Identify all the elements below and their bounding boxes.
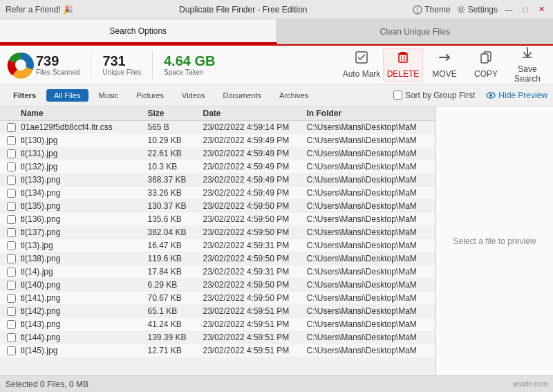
tab-search-options[interactable]: Search Options: [0, 19, 277, 44]
row-checkbox[interactable]: [7, 162, 16, 171]
main-content: Name Size Date In Folder 01ae129f5db8ccf…: [0, 106, 553, 375]
table-row[interactable]: tl(14).jpg 17.84 KB 23/02/2022 4:59:31 P…: [0, 265, 435, 279]
filter-all-files[interactable]: All Files: [46, 89, 88, 102]
row-checkbox[interactable]: [7, 176, 16, 185]
row-size: 12.71 KB: [147, 346, 202, 355]
filter-archives[interactable]: Archives: [272, 89, 316, 102]
theme-button[interactable]: Theme: [413, 5, 450, 15]
table-row[interactable]: tl(132).jpg 10.3 KB 23/02/2022 4:59:49 P…: [0, 160, 435, 174]
table-row[interactable]: tl(143).png 41.24 KB 23/02/2022 4:59:51 …: [0, 318, 435, 331]
row-checkbox-cell: [3, 281, 19, 290]
row-folder: C:\Users\Mansi\Desktop\MaM: [306, 227, 433, 237]
move-icon: [438, 50, 451, 68]
row-checkbox[interactable]: [7, 202, 16, 211]
row-checkbox[interactable]: [7, 228, 16, 237]
files-scanned-count: 739: [36, 53, 59, 68]
row-checkbox[interactable]: [7, 333, 16, 342]
stats-bar: 739 Files Scanned 731 Unique Files 4.64 …: [0, 46, 553, 84]
auto-mark-button[interactable]: Auto Mark: [341, 48, 382, 82]
header-name[interactable]: Name: [19, 109, 147, 118]
row-checkbox[interactable]: [7, 346, 16, 355]
row-checkbox[interactable]: [7, 320, 16, 329]
row-size: 130.37 KB: [147, 201, 202, 211]
row-name: tl(137).png: [19, 227, 147, 237]
row-size: 10.3 KB: [147, 162, 202, 171]
row-size: 65.1 KB: [147, 306, 202, 316]
row-date: 23/02/2022 4:59:31 PM: [202, 241, 306, 250]
table-row[interactable]: tl(133).png 368.37 KB 23/02/2022 4:59:49…: [0, 174, 435, 187]
table-row[interactable]: tl(144).png 139.39 KB 23/02/2022 4:59:51…: [0, 331, 435, 344]
filter-documents[interactable]: Documents: [215, 89, 269, 102]
table-row[interactable]: tl(137).png 382.04 KB 23/02/2022 4:59:50…: [0, 226, 435, 239]
row-date: 23/02/2022 4:59:51 PM: [202, 333, 306, 342]
row-size: 119.6 KB: [147, 254, 202, 263]
row-size: 368.37 KB: [147, 175, 202, 185]
svg-point-1: [459, 8, 462, 11]
row-size: 16.47 KB: [147, 241, 202, 250]
table-row[interactable]: tl(145).jpg 12.71 KB 23/02/2022 4:59:51 …: [0, 344, 435, 357]
row-folder: C:\Users\Mansi\Desktop\MaM: [306, 149, 433, 158]
table-row[interactable]: tl(13).jpg 16.47 KB 23/02/2022 4:59:31 P…: [0, 239, 435, 252]
table-row[interactable]: tl(130).jpg 10.29 KB 23/02/2022 4:59:49 …: [0, 134, 435, 147]
delete-button[interactable]: DELETE: [383, 48, 423, 82]
table-row[interactable]: tl(138).png 119.6 KB 23/02/2022 4:59:50 …: [0, 252, 435, 265]
close-button[interactable]: ✕: [536, 4, 547, 15]
row-name: tl(132).jpg: [19, 162, 147, 171]
row-folder: C:\Users\Mansi\Desktop\MaM: [306, 333, 433, 342]
watermark: wsxdn.com: [513, 380, 547, 388]
table-row[interactable]: tl(141).png 70.67 KB 23/02/2022 4:59:50 …: [0, 292, 435, 305]
row-size: 22.61 KB: [147, 149, 202, 158]
refer-friend-link[interactable]: Refer a Friend! 🎉: [6, 5, 73, 15]
save-search-button[interactable]: Save Search: [507, 48, 547, 82]
table-row[interactable]: tl(135).png 130.37 KB 23/02/2022 4:59:50…: [0, 200, 435, 213]
table-row[interactable]: tl(134).png 33.26 KB 23/02/2022 4:59:49 …: [0, 187, 435, 200]
row-checkbox[interactable]: [7, 307, 16, 316]
move-button[interactable]: MOVE: [424, 48, 465, 82]
row-checkbox[interactable]: [7, 254, 16, 263]
row-checkbox[interactable]: [7, 215, 16, 224]
auto-mark-icon: [355, 50, 368, 68]
row-checkbox[interactable]: [7, 268, 16, 277]
sort-by-group-checkbox-container: Sort by Group First: [393, 91, 475, 100]
copy-button[interactable]: COPY: [466, 48, 506, 82]
filter-videos[interactable]: Videos: [174, 89, 212, 102]
sort-by-group-checkbox[interactable]: [393, 91, 402, 100]
unique-files-label: Unique Files: [102, 68, 141, 76]
table-row[interactable]: 01ae129f5db8ccf4.ltr.css 565 B 23/02/202…: [0, 121, 435, 134]
hide-preview-button[interactable]: Hide Preview: [486, 91, 547, 100]
row-date: 23/02/2022 4:59:14 PM: [202, 122, 306, 132]
row-checkbox[interactable]: [7, 189, 16, 198]
table-row[interactable]: tl(136).png 135.6 KB 23/02/2022 4:59:50 …: [0, 213, 435, 226]
row-checkbox[interactable]: [7, 294, 16, 303]
row-checkbox[interactable]: [7, 123, 16, 132]
settings-button[interactable]: Settings: [456, 5, 498, 15]
row-name: tl(141).png: [19, 293, 147, 303]
row-checkbox[interactable]: [7, 136, 16, 145]
filter-music[interactable]: Music: [91, 89, 126, 102]
row-date: 23/02/2022 4:59:51 PM: [202, 346, 306, 355]
row-folder: C:\Users\Mansi\Desktop\MaM: [306, 241, 433, 250]
row-checkbox-cell: [3, 320, 19, 329]
row-name: tl(142).png: [19, 306, 147, 316]
table-row[interactable]: tl(131).jpg 22.61 KB 23/02/2022 4:59:49 …: [0, 147, 435, 160]
row-checkbox[interactable]: [7, 149, 16, 158]
row-checkbox[interactable]: [7, 281, 16, 290]
files-scanned-label: Files Scanned: [36, 68, 79, 76]
sort-by-group-label: Sort by Group First: [405, 91, 475, 100]
row-size: 33.26 KB: [147, 188, 202, 198]
table-row[interactable]: tl(140).png 6.29 KB 23/02/2022 4:59:50 P…: [0, 279, 435, 292]
header-size[interactable]: Size: [147, 109, 202, 118]
header-date[interactable]: Date: [202, 109, 306, 118]
minimize-button[interactable]: —: [503, 4, 514, 15]
filter-pictures[interactable]: Pictures: [129, 89, 171, 102]
row-checkbox[interactable]: [7, 241, 16, 250]
row-folder: C:\Users\Mansi\Desktop\MaM: [306, 201, 433, 211]
tab-bar: Search Options Clean Unique Files: [0, 19, 553, 46]
row-checkbox-cell: [3, 254, 19, 263]
row-size: 70.67 KB: [147, 293, 202, 303]
table-row[interactable]: tl(142).png 65.1 KB 23/02/2022 4:59:51 P…: [0, 305, 435, 318]
row-name: tl(13).jpg: [19, 241, 147, 250]
tab-clean-unique[interactable]: Clean Unique Files: [277, 19, 554, 44]
header-folder[interactable]: In Folder: [306, 109, 433, 118]
maximize-button[interactable]: □: [520, 4, 531, 15]
